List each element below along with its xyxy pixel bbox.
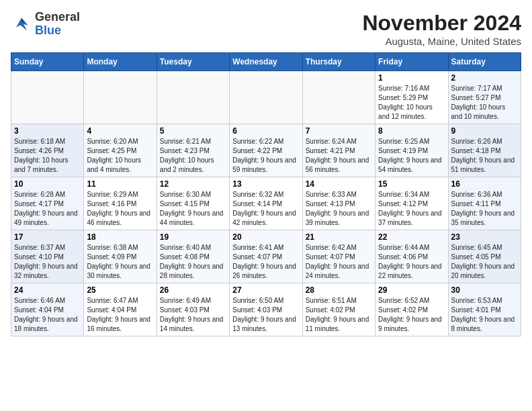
day-info: Sunrise: 6:44 AM Sunset: 4:06 PM Dayligh… bbox=[378, 243, 445, 281]
day-number: 4 bbox=[87, 126, 153, 136]
calendar-day-cell: 11Sunrise: 6:29 AM Sunset: 4:16 PM Dayli… bbox=[84, 177, 157, 230]
day-info: Sunrise: 6:33 AM Sunset: 4:13 PM Dayligh… bbox=[306, 190, 372, 228]
logo-text: General Blue bbox=[35, 11, 80, 38]
calendar-day-cell: 1Sunrise: 7:16 AM Sunset: 5:29 PM Daylig… bbox=[375, 71, 448, 124]
day-info: Sunrise: 6:18 AM Sunset: 4:26 PM Dayligh… bbox=[14, 137, 81, 175]
column-header-tuesday: Tuesday bbox=[157, 53, 229, 71]
calendar-day-cell: 12Sunrise: 6:30 AM Sunset: 4:15 PM Dayli… bbox=[157, 177, 229, 230]
day-number: 5 bbox=[160, 126, 226, 136]
day-number: 19 bbox=[160, 232, 226, 242]
day-info: Sunrise: 7:17 AM Sunset: 5:27 PM Dayligh… bbox=[451, 84, 518, 122]
calendar-day-cell: 7Sunrise: 6:24 AM Sunset: 4:21 PM Daylig… bbox=[302, 124, 375, 177]
day-number: 27 bbox=[232, 285, 299, 295]
calendar-header-row: SundayMondayTuesdayWednesdayThursdayFrid… bbox=[11, 53, 521, 71]
day-info: Sunrise: 6:21 AM Sunset: 4:23 PM Dayligh… bbox=[160, 137, 226, 175]
column-header-thursday: Thursday bbox=[302, 53, 375, 71]
column-header-friday: Friday bbox=[375, 53, 448, 71]
calendar-day-cell: 24Sunrise: 6:46 AM Sunset: 4:04 PM Dayli… bbox=[11, 283, 84, 336]
calendar-day-cell: 27Sunrise: 6:50 AM Sunset: 4:03 PM Dayli… bbox=[230, 283, 302, 336]
calendar-day-cell: 9Sunrise: 6:26 AM Sunset: 4:18 PM Daylig… bbox=[448, 124, 521, 177]
calendar-week-row: 10Sunrise: 6:28 AM Sunset: 4:17 PM Dayli… bbox=[11, 177, 521, 230]
calendar-day-cell: 5Sunrise: 6:21 AM Sunset: 4:23 PM Daylig… bbox=[157, 124, 229, 177]
day-info: Sunrise: 6:34 AM Sunset: 4:12 PM Dayligh… bbox=[378, 190, 445, 228]
day-number: 21 bbox=[306, 232, 372, 242]
empty-day-cell bbox=[11, 71, 84, 124]
day-info: Sunrise: 6:45 AM Sunset: 4:05 PM Dayligh… bbox=[451, 243, 518, 281]
calendar-day-cell: 16Sunrise: 6:36 AM Sunset: 4:11 PM Dayli… bbox=[448, 177, 521, 230]
day-number: 8 bbox=[378, 126, 445, 136]
column-header-sunday: Sunday bbox=[11, 53, 84, 71]
calendar-day-cell: 25Sunrise: 6:47 AM Sunset: 4:04 PM Dayli… bbox=[84, 283, 157, 336]
calendar-day-cell: 8Sunrise: 6:25 AM Sunset: 4:19 PM Daylig… bbox=[375, 124, 448, 177]
day-number: 28 bbox=[306, 285, 372, 295]
day-number: 15 bbox=[378, 179, 445, 189]
day-number: 11 bbox=[87, 179, 153, 189]
day-info: Sunrise: 6:37 AM Sunset: 4:10 PM Dayligh… bbox=[14, 243, 81, 281]
day-info: Sunrise: 6:20 AM Sunset: 4:25 PM Dayligh… bbox=[87, 137, 153, 175]
calendar-day-cell: 19Sunrise: 6:40 AM Sunset: 4:08 PM Dayli… bbox=[157, 230, 229, 283]
calendar-day-cell: 6Sunrise: 6:22 AM Sunset: 4:22 PM Daylig… bbox=[230, 124, 302, 177]
day-info: Sunrise: 6:38 AM Sunset: 4:09 PM Dayligh… bbox=[87, 243, 153, 281]
day-number: 16 bbox=[451, 179, 518, 189]
calendar-day-cell: 20Sunrise: 6:41 AM Sunset: 4:07 PM Dayli… bbox=[230, 230, 302, 283]
day-info: Sunrise: 6:32 AM Sunset: 4:14 PM Dayligh… bbox=[232, 190, 299, 228]
column-header-saturday: Saturday bbox=[448, 53, 521, 71]
calendar-day-cell: 18Sunrise: 6:38 AM Sunset: 4:09 PM Dayli… bbox=[84, 230, 157, 283]
day-number: 22 bbox=[378, 232, 445, 242]
calendar-day-cell: 21Sunrise: 6:42 AM Sunset: 4:07 PM Dayli… bbox=[302, 230, 375, 283]
day-number: 29 bbox=[378, 285, 445, 295]
calendar-day-cell: 10Sunrise: 6:28 AM Sunset: 4:17 PM Dayli… bbox=[11, 177, 84, 230]
day-number: 24 bbox=[14, 285, 81, 295]
day-info: Sunrise: 6:28 AM Sunset: 4:17 PM Dayligh… bbox=[14, 190, 81, 228]
day-number: 13 bbox=[232, 179, 299, 189]
calendar-day-cell: 2Sunrise: 7:17 AM Sunset: 5:27 PM Daylig… bbox=[448, 71, 521, 124]
day-number: 6 bbox=[232, 126, 299, 136]
logo: General Blue bbox=[11, 11, 80, 38]
day-info: Sunrise: 6:52 AM Sunset: 4:02 PM Dayligh… bbox=[378, 296, 445, 334]
calendar-day-cell: 22Sunrise: 6:44 AM Sunset: 4:06 PM Dayli… bbox=[375, 230, 448, 283]
day-info: Sunrise: 6:40 AM Sunset: 4:08 PM Dayligh… bbox=[160, 243, 226, 281]
calendar-day-cell: 29Sunrise: 6:52 AM Sunset: 4:02 PM Dayli… bbox=[375, 283, 448, 336]
day-info: Sunrise: 6:25 AM Sunset: 4:19 PM Dayligh… bbox=[378, 137, 445, 175]
day-info: Sunrise: 6:50 AM Sunset: 4:03 PM Dayligh… bbox=[232, 296, 299, 334]
day-number: 18 bbox=[87, 232, 153, 242]
calendar-day-cell: 13Sunrise: 6:32 AM Sunset: 4:14 PM Dayli… bbox=[230, 177, 302, 230]
calendar-day-cell: 3Sunrise: 6:18 AM Sunset: 4:26 PM Daylig… bbox=[11, 124, 84, 177]
day-info: Sunrise: 6:47 AM Sunset: 4:04 PM Dayligh… bbox=[87, 296, 153, 334]
day-info: Sunrise: 6:24 AM Sunset: 4:21 PM Dayligh… bbox=[306, 137, 372, 175]
month-title: November 2024 bbox=[362, 11, 521, 36]
day-number: 20 bbox=[232, 232, 299, 242]
day-info: Sunrise: 6:53 AM Sunset: 4:01 PM Dayligh… bbox=[451, 296, 518, 334]
day-number: 12 bbox=[160, 179, 226, 189]
day-number: 23 bbox=[451, 232, 518, 242]
day-info: Sunrise: 6:36 AM Sunset: 4:11 PM Dayligh… bbox=[451, 190, 518, 228]
calendar-day-cell: 26Sunrise: 6:49 AM Sunset: 4:03 PM Dayli… bbox=[157, 283, 229, 336]
logo-bird-icon bbox=[11, 13, 32, 35]
day-info: Sunrise: 6:30 AM Sunset: 4:15 PM Dayligh… bbox=[160, 190, 226, 228]
day-info: Sunrise: 6:42 AM Sunset: 4:07 PM Dayligh… bbox=[306, 243, 372, 281]
calendar-day-cell: 28Sunrise: 6:51 AM Sunset: 4:02 PM Dayli… bbox=[302, 283, 375, 336]
empty-day-cell bbox=[157, 71, 229, 124]
day-number: 10 bbox=[14, 179, 81, 189]
day-number: 25 bbox=[87, 285, 153, 295]
empty-day-cell bbox=[230, 71, 302, 124]
calendar-day-cell: 23Sunrise: 6:45 AM Sunset: 4:05 PM Dayli… bbox=[448, 230, 521, 283]
calendar-day-cell: 17Sunrise: 6:37 AM Sunset: 4:10 PM Dayli… bbox=[11, 230, 84, 283]
day-info: Sunrise: 6:46 AM Sunset: 4:04 PM Dayligh… bbox=[14, 296, 81, 334]
empty-day-cell bbox=[302, 71, 375, 124]
location: Augusta, Maine, United States bbox=[362, 36, 521, 47]
page-header: General Blue November 2024 Augusta, Main… bbox=[11, 11, 521, 47]
day-number: 7 bbox=[306, 126, 372, 136]
day-info: Sunrise: 6:22 AM Sunset: 4:22 PM Dayligh… bbox=[232, 137, 299, 175]
calendar-day-cell: 4Sunrise: 6:20 AM Sunset: 4:25 PM Daylig… bbox=[84, 124, 157, 177]
title-area: November 2024 Augusta, Maine, United Sta… bbox=[362, 11, 521, 47]
day-number: 1 bbox=[378, 73, 445, 83]
day-number: 30 bbox=[451, 285, 518, 295]
calendar-day-cell: 14Sunrise: 6:33 AM Sunset: 4:13 PM Dayli… bbox=[302, 177, 375, 230]
calendar-week-row: 24Sunrise: 6:46 AM Sunset: 4:04 PM Dayli… bbox=[11, 283, 521, 336]
day-number: 3 bbox=[14, 126, 81, 136]
day-number: 17 bbox=[14, 232, 81, 242]
empty-day-cell bbox=[84, 71, 157, 124]
calendar-day-cell: 15Sunrise: 6:34 AM Sunset: 4:12 PM Dayli… bbox=[375, 177, 448, 230]
calendar-day-cell: 30Sunrise: 6:53 AM Sunset: 4:01 PM Dayli… bbox=[448, 283, 521, 336]
